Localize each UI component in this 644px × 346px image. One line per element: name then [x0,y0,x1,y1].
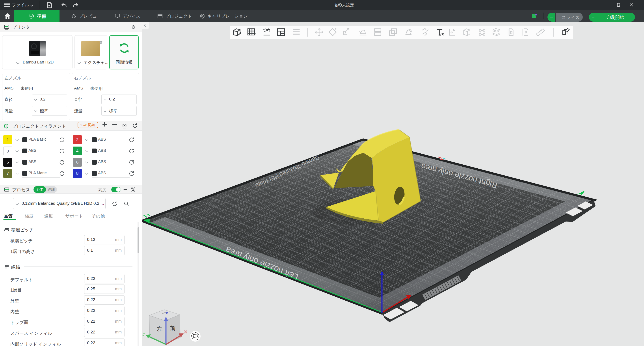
svg-text:左: 左 [156,325,163,332]
svg-text:前: 前 [170,324,176,332]
